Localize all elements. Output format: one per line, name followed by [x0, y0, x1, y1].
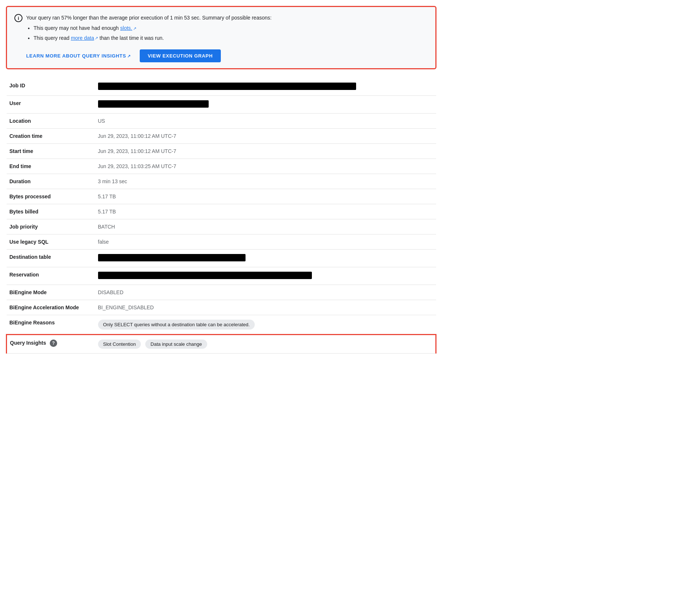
- table-row: Use legacy SQL false: [7, 234, 436, 250]
- field-value: 5.17 TB: [95, 189, 436, 204]
- info-icon: i: [14, 14, 22, 22]
- field-value: Jun 29, 2023, 11:00:12 AM UTC-7: [95, 129, 436, 144]
- alert-message: Your query ran 57% longer than the avera…: [26, 15, 272, 21]
- field-label: Reservation: [7, 267, 95, 285]
- field-value: false: [95, 234, 436, 250]
- slots-link-icon: ↗: [133, 25, 136, 32]
- alert-header: i Your query ran 57% longer than the ave…: [14, 14, 428, 43]
- field-label: Start time: [7, 144, 95, 159]
- field-label: End time: [7, 159, 95, 174]
- table-row: BiEngine Mode DISABLED: [7, 285, 436, 300]
- field-label: Destination table: [7, 250, 95, 267]
- slot-contention-chip[interactable]: Slot Contention: [98, 340, 141, 349]
- field-label: Creation time: [7, 129, 95, 144]
- field-label: Job ID: [7, 78, 95, 96]
- field-label: User: [7, 96, 95, 114]
- field-label: Bytes billed: [7, 204, 95, 219]
- help-icon: ?: [50, 340, 57, 347]
- field-label: Duration: [7, 174, 95, 189]
- info-table: Job ID User Location US Creation time Ju…: [6, 78, 436, 354]
- table-row: Job ID: [7, 78, 436, 96]
- field-value: Slot Contention Data input scale change: [95, 335, 436, 354]
- field-value: Jun 29, 2023, 11:00:12 AM UTC-7: [95, 144, 436, 159]
- query-insights-row: Query Insights ? Slot Contention Data in…: [7, 335, 436, 354]
- field-value: 3 min 13 sec: [95, 174, 436, 189]
- table-row: User: [7, 96, 436, 114]
- field-value: US: [95, 114, 436, 129]
- field-value: BI_ENGINE_DISABLED: [95, 300, 436, 315]
- field-value: Jun 29, 2023, 11:03:25 AM UTC-7: [95, 159, 436, 174]
- table-row: Bytes processed 5.17 TB: [7, 189, 436, 204]
- alert-box: i Your query ran 57% longer than the ave…: [6, 6, 436, 69]
- field-label: BiEngine Acceleration Mode: [7, 300, 95, 315]
- table-row: BiEngine Reasons Only SELECT queries wit…: [7, 315, 436, 335]
- table-row: Duration 3 min 13 sec: [7, 174, 436, 189]
- alert-actions: LEARN MORE ABOUT QUERY INSIGHTS↗ VIEW EX…: [14, 49, 428, 62]
- table-row: Creation time Jun 29, 2023, 11:00:12 AM …: [7, 129, 436, 144]
- field-value: [95, 78, 436, 96]
- field-label: Bytes processed: [7, 189, 95, 204]
- field-value: Only SELECT queries without a destinatio…: [95, 315, 436, 335]
- field-value: DISABLED: [95, 285, 436, 300]
- field-value: BATCH: [95, 219, 436, 234]
- table-row: Job priority BATCH: [7, 219, 436, 234]
- field-label: BiEngine Mode: [7, 285, 95, 300]
- field-label: BiEngine Reasons: [7, 315, 95, 335]
- field-label: Use legacy SQL: [7, 234, 95, 250]
- table-row: Start time Jun 29, 2023, 11:00:12 AM UTC…: [7, 144, 436, 159]
- table-row: Location US: [7, 114, 436, 129]
- more-data-link-icon: ↗: [95, 35, 98, 42]
- slots-link[interactable]: slots.↗: [120, 25, 136, 31]
- table-row: Reservation: [7, 267, 436, 285]
- alert-reason-1: This query may not have had enough slots…: [34, 24, 272, 32]
- view-execution-graph-button[interactable]: VIEW EXECUTION GRAPH: [140, 49, 221, 62]
- table-row: BiEngine Acceleration Mode BI_ENGINE_DIS…: [7, 300, 436, 315]
- field-value: [95, 250, 436, 267]
- field-value: [95, 267, 436, 285]
- field-label: Job priority: [7, 219, 95, 234]
- field-value: [95, 96, 436, 114]
- table-row: Destination table: [7, 250, 436, 267]
- learn-more-ext-icon: ↗: [127, 54, 131, 58]
- table-row: Bytes billed 5.17 TB: [7, 204, 436, 219]
- table-row: End time Jun 29, 2023, 11:03:25 AM UTC-7: [7, 159, 436, 174]
- learn-more-button[interactable]: LEARN MORE ABOUT QUERY INSIGHTS↗: [26, 50, 131, 62]
- data-input-scale-change-chip[interactable]: Data input scale change: [145, 340, 207, 349]
- bio-reason-chip: Only SELECT queries without a destinatio…: [98, 320, 255, 330]
- alert-text: Your query ran 57% longer than the avera…: [26, 14, 272, 43]
- field-label: Query Insights ?: [7, 335, 95, 354]
- field-label: Location: [7, 114, 95, 129]
- field-value: 5.17 TB: [95, 204, 436, 219]
- more-data-link[interactable]: more data↗: [71, 35, 98, 41]
- alert-reason-2: This query read more data↗ than the last…: [34, 34, 272, 42]
